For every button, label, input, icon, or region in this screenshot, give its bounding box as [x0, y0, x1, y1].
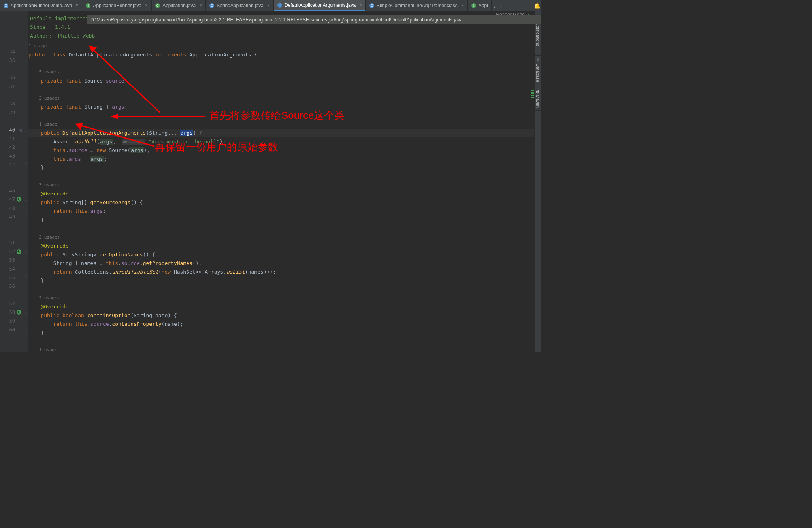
gutter-hint [0, 39, 23, 47]
line-gutter[interactable]: 34 35 36 37 38 39 40@ 41 42 43 44 46 47 … [0, 11, 23, 352]
fold-icon[interactable]: ⌃ [23, 160, 28, 169]
tab-overflow[interactable]: ⌄⋮ [492, 2, 505, 8]
svg-text:C: C [371, 4, 373, 8]
breakpoint-icon[interactable]: @ [19, 128, 22, 133]
svg-marker-17 [111, 114, 118, 119]
fold-icon[interactable]: ⌄ [23, 247, 28, 256]
maven-icon: m [535, 90, 540, 94]
svg-text:C: C [279, 3, 281, 7]
svg-text:C: C [211, 4, 213, 8]
svg-line-18 [77, 124, 154, 146]
more-icon[interactable]: ⋮ [498, 2, 503, 8]
database-icon: 🗄 [535, 58, 540, 62]
close-icon[interactable]: ✕ [75, 3, 79, 8]
svg-line-14 [91, 47, 160, 113]
marker[interactable] [531, 95, 534, 96]
tab-0[interactable]: CApplicationRunnerDemo.java✕ [0, 0, 82, 11]
tab-5[interactable]: CSimpleCommandLineArgsParser.class✕ [366, 0, 468, 11]
usage-hint[interactable]: 2 usages [28, 294, 541, 303]
fold-icon[interactable]: ⌄ [23, 126, 28, 134]
class-icon: C [209, 3, 215, 8]
fold-icon[interactable]: ⌄ [23, 308, 28, 317]
tool-maven[interactable]: m Maven [534, 87, 541, 111]
close-icon[interactable]: ✕ [145, 3, 148, 8]
class-icon: C [155, 3, 160, 8]
svg-text:I: I [473, 4, 475, 8]
usage-hint[interactable]: 2 usages [28, 233, 541, 242]
close-icon[interactable]: ✕ [199, 3, 202, 8]
annotation-arrow-3 [71, 120, 158, 152]
fold-gutter[interactable]: ⌄ ⌄⌃ ⌄⌃ ⌄⌃ ⌄⌃ [23, 11, 28, 352]
marker[interactable] [531, 92, 534, 94]
close-icon[interactable]: ✕ [359, 2, 362, 8]
usage-hint[interactable]: 3 usages [28, 181, 541, 190]
usage-hint[interactable]: 1 usage [28, 346, 541, 352]
class-icon: C [369, 3, 375, 8]
annotation-text-1: 首先将参数传给Source这个类 [209, 109, 345, 122]
fold-icon[interactable]: ⌄ [23, 195, 28, 204]
annotation-arrow-1 [85, 41, 164, 116]
svg-marker-19 [75, 123, 83, 130]
svg-text:C: C [156, 4, 159, 8]
override-icon[interactable] [17, 197, 21, 202]
fold-icon[interactable]: ⌃ [23, 325, 28, 334]
override-icon[interactable] [17, 249, 21, 254]
fold-icon[interactable]: ⌄ [23, 47, 28, 56]
close-icon[interactable]: ✕ [461, 3, 464, 8]
interface-icon: I [471, 3, 477, 8]
tool-database[interactable]: 🗄 Database [534, 55, 541, 85]
fold-icon[interactable]: ⌃ [23, 212, 28, 221]
interface-icon: I [85, 3, 91, 8]
class-icon: C [277, 2, 283, 8]
tab-6[interactable]: IAppl [468, 0, 492, 11]
override-icon[interactable] [17, 310, 21, 315]
svg-text:C: C [5, 4, 8, 8]
marker[interactable] [531, 90, 534, 91]
marker[interactable] [531, 97, 534, 98]
editor-area: 34 35 36 37 38 39 40@ 41 42 43 44 46 47 … [0, 11, 541, 352]
tab-4[interactable]: CDefaultApplicationArguments.java✕ [274, 0, 366, 11]
editor-tabs: CApplicationRunnerDemo.java✕ IApplicatio… [0, 0, 541, 11]
notification-bell-icon[interactable]: 🔔 [534, 2, 541, 9]
annotation-text-2: 再保留一份用户的原始参数 [155, 140, 278, 154]
svg-text:I: I [88, 4, 89, 8]
fold-icon[interactable]: ⌃ [23, 273, 28, 282]
tab-1[interactable]: IApplicationRunner.java✕ [82, 0, 152, 11]
class-icon: C [3, 3, 9, 8]
path-tooltip: D:\MavenRepository\org\springframework\b… [87, 15, 541, 24]
chevron-down-icon: ⌄ [493, 2, 496, 8]
close-icon[interactable]: ✕ [267, 3, 270, 8]
tab-2[interactable]: CApplication.java✕ [152, 0, 206, 11]
tab-3[interactable]: CSpringApplication.java✕ [206, 0, 274, 11]
marker-bar[interactable] [530, 11, 534, 352]
